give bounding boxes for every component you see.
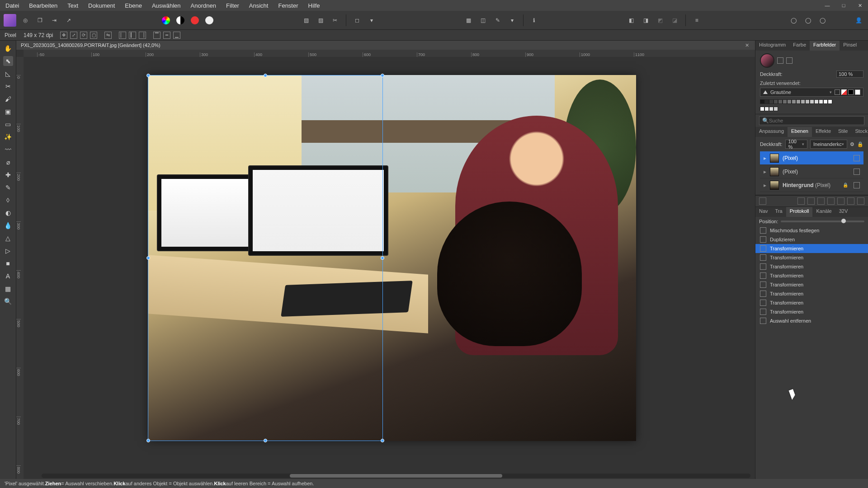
- expand-icon[interactable]: ▸: [764, 182, 766, 188]
- dropdown-arrow-icon[interactable]: ▾: [507, 15, 518, 26]
- export-icon[interactable]: ⇥: [49, 15, 60, 26]
- mid-tab-anpassung[interactable]: Anpassung: [755, 127, 788, 137]
- menu-datei[interactable]: Datei: [5, 2, 19, 9]
- palette-icon[interactable]: [786, 57, 793, 64]
- maximize-button[interactable]: □: [835, 0, 852, 11]
- circle-b-icon[interactable]: ◯: [803, 15, 814, 26]
- search-field[interactable]: 🔍: [759, 116, 864, 125]
- menu-fenster[interactable]: Fenster: [278, 2, 298, 9]
- history-item[interactable]: Transformieren: [755, 262, 868, 271]
- swatch[interactable]: [823, 99, 828, 104]
- swatch[interactable]: [769, 99, 774, 104]
- scale-icon[interactable]: ⤢: [70, 32, 77, 39]
- history-item[interactable]: Transformieren: [755, 289, 868, 298]
- cube-icon[interactable]: ❒: [34, 15, 45, 26]
- refine-icon[interactable]: ✂: [330, 15, 340, 26]
- zoom-tool-icon[interactable]: 🔍: [3, 296, 13, 306]
- swatch-grid-light[interactable]: [760, 107, 863, 111]
- circle-c-icon[interactable]: ◯: [817, 15, 828, 26]
- document-tab[interactable]: PXL_20230105_140800269.PORTRAIT.jpg [Geä…: [16, 41, 755, 50]
- view-white-icon[interactable]: [855, 89, 860, 95]
- heal-tool-icon[interactable]: ✚: [3, 170, 13, 180]
- history-item[interactable]: Transformieren: [755, 298, 868, 307]
- clone-tool-icon[interactable]: ⌀: [3, 157, 13, 167]
- mid-tab-ebenen[interactable]: Ebenen: [788, 127, 812, 137]
- menu-ansicht[interactable]: Ansicht: [249, 2, 269, 9]
- swatch[interactable]: [760, 99, 764, 104]
- layer-row[interactable]: ▸(Pixel): [760, 165, 863, 178]
- history-item[interactable]: Mischmodus festlegen: [755, 226, 868, 235]
- blur-tool-icon[interactable]: 💧: [3, 221, 13, 230]
- rotate-icon[interactable]: ⟳: [80, 32, 87, 39]
- h-scrollbar[interactable]: [42, 474, 750, 478]
- menu-bearbeiten[interactable]: Bearbeiten: [29, 2, 57, 9]
- move-icon[interactable]: ✥: [60, 32, 67, 39]
- mask-icon[interactable]: [797, 197, 805, 205]
- swatch[interactable]: [810, 99, 814, 104]
- swatch[interactable]: [792, 99, 796, 104]
- align-right-icon[interactable]: ▕: [139, 32, 146, 39]
- selection-tool-icon[interactable]: ▭: [3, 119, 13, 129]
- visibility-checkbox[interactable]: [854, 182, 860, 188]
- group-icon[interactable]: [837, 197, 844, 205]
- swatch[interactable]: [796, 99, 801, 104]
- swatch[interactable]: [769, 107, 774, 111]
- top-tab-pinsel[interactable]: Pinsel: [840, 41, 860, 51]
- node-tool-icon[interactable]: ◺: [3, 69, 13, 79]
- text-tool-icon[interactable]: A: [3, 271, 13, 281]
- palette-dropdown[interactable]: Grautöne ▾: [760, 88, 863, 97]
- history-item[interactable]: Transformieren: [755, 307, 868, 316]
- layers-icon[interactable]: [759, 197, 766, 205]
- document-photo[interactable]: [148, 75, 636, 441]
- opacity-input[interactable]: [836, 70, 863, 78]
- align-middle-icon[interactable]: ━: [163, 32, 170, 39]
- visibility-checkbox[interactable]: [854, 169, 860, 175]
- circle-a-icon[interactable]: ◯: [788, 15, 799, 26]
- red-circle-icon[interactable]: [189, 15, 200, 26]
- hand-tool-icon[interactable]: ✋: [3, 43, 13, 53]
- persona-icon[interactable]: ◎: [20, 15, 31, 26]
- history-item[interactable]: Auswahl entfernen: [755, 316, 868, 325]
- swatch[interactable]: [783, 99, 787, 104]
- mid-tab-stile[interactable]: Stile: [835, 127, 851, 137]
- mid-tab-stock[interactable]: Stock: [851, 127, 868, 137]
- align-left-icon[interactable]: ▏: [119, 32, 126, 39]
- account-icon[interactable]: 👤: [854, 15, 864, 26]
- smudge-tool-icon[interactable]: 〰: [3, 145, 13, 155]
- layer-row[interactable]: ▸(Pixel): [760, 151, 863, 165]
- align-bottom-icon[interactable]: ▁: [173, 32, 180, 39]
- bw-circle-icon[interactable]: [175, 15, 186, 26]
- lock-icon[interactable]: 🔒: [857, 141, 863, 147]
- swatch[interactable]: [760, 107, 764, 111]
- view-grid-icon[interactable]: [835, 89, 840, 95]
- trash-icon[interactable]: [857, 197, 864, 205]
- folder-icon[interactable]: [847, 197, 854, 205]
- brush-tool-icon[interactable]: 🖌: [3, 94, 13, 104]
- stack2-icon[interactable]: ◨: [640, 15, 651, 26]
- bot-tab-nav[interactable]: Nav: [755, 207, 772, 217]
- stack3-icon[interactable]: ◩: [655, 15, 665, 26]
- swatch-grid-dark[interactable]: [760, 99, 863, 104]
- swatch[interactable]: [828, 99, 832, 104]
- menu-filter[interactable]: Filter: [226, 2, 239, 9]
- swatch[interactable]: [814, 99, 819, 104]
- minimize-button[interactable]: —: [819, 0, 835, 11]
- bot-tab-protokoll[interactable]: Protokoll: [786, 207, 813, 217]
- color-wheel-icon[interactable]: [160, 15, 171, 26]
- swatch[interactable]: [764, 107, 769, 111]
- view-black-icon[interactable]: [848, 89, 854, 95]
- blend-mode-dropdown[interactable]: Ineinanderkc ▾: [810, 140, 847, 149]
- swatch[interactable]: [787, 99, 792, 104]
- top-tab-farbe[interactable]: Farbe: [789, 41, 810, 51]
- swatch[interactable]: [805, 99, 810, 104]
- position-slider[interactable]: [781, 221, 864, 222]
- crop-tool-icon[interactable]: ✂: [3, 81, 13, 91]
- sharpen-tool-icon[interactable]: △: [3, 233, 13, 243]
- visibility-checkbox[interactable]: [854, 155, 860, 161]
- fliph-icon[interactable]: ⇋: [104, 32, 112, 39]
- history-item[interactable]: Transformieren: [755, 253, 868, 262]
- marquee-icon[interactable]: ▧: [301, 15, 311, 26]
- view-diag-icon[interactable]: [841, 89, 847, 95]
- move-tool-icon[interactable]: ⬉: [3, 56, 13, 66]
- align-top-icon[interactable]: ▔: [153, 32, 160, 39]
